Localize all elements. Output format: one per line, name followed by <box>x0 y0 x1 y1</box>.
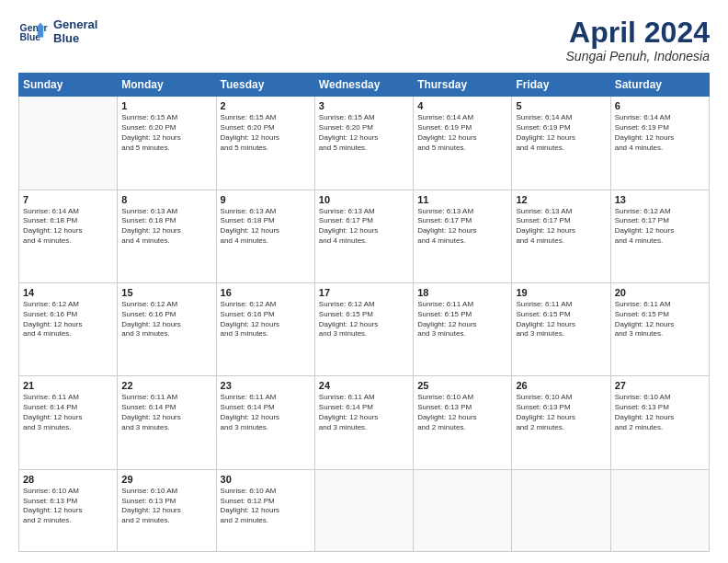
day-info: Sunrise: 6:12 AM Sunset: 6:16 PM Dayligh… <box>221 300 311 339</box>
day-info: Sunrise: 6:12 AM Sunset: 6:16 PM Dayligh… <box>23 300 113 339</box>
day-info: Sunrise: 6:15 AM Sunset: 6:20 PM Dayligh… <box>221 113 311 153</box>
calendar-week-row: 28Sunrise: 6:10 AM Sunset: 6:13 PM Dayli… <box>19 469 710 551</box>
day-number: 21 <box>23 380 113 391</box>
day-number: 8 <box>121 194 211 205</box>
calendar-cell: 9Sunrise: 6:13 AM Sunset: 6:18 PM Daylig… <box>216 190 314 282</box>
calendar-cell: 16Sunrise: 6:12 AM Sunset: 6:16 PM Dayli… <box>216 283 314 376</box>
calendar-cell: 1Sunrise: 6:15 AM Sunset: 6:20 PM Daylig… <box>118 97 216 190</box>
calendar-cell: 27Sunrise: 6:10 AM Sunset: 6:13 PM Dayli… <box>610 376 709 469</box>
weekday-header: Wednesday <box>314 74 413 97</box>
day-info: Sunrise: 6:12 AM Sunset: 6:15 PM Dayligh… <box>319 300 409 339</box>
day-number: 16 <box>221 287 311 298</box>
calendar-week-row: 7Sunrise: 6:14 AM Sunset: 6:18 PM Daylig… <box>19 190 710 282</box>
calendar-cell: 8Sunrise: 6:13 AM Sunset: 6:18 PM Daylig… <box>118 190 216 282</box>
calendar-cell: 19Sunrise: 6:11 AM Sunset: 6:15 PM Dayli… <box>512 283 610 376</box>
day-info: Sunrise: 6:10 AM Sunset: 6:13 PM Dayligh… <box>417 393 507 432</box>
day-number: 27 <box>615 380 705 391</box>
day-info: Sunrise: 6:14 AM Sunset: 6:19 PM Dayligh… <box>615 113 705 153</box>
day-info: Sunrise: 6:10 AM Sunset: 6:13 PM Dayligh… <box>23 487 113 526</box>
day-info: Sunrise: 6:13 AM Sunset: 6:18 PM Dayligh… <box>221 207 311 247</box>
weekday-header: Saturday <box>610 74 709 97</box>
calendar-cell <box>314 469 413 551</box>
day-number: 7 <box>23 194 113 205</box>
calendar-week-row: 14Sunrise: 6:12 AM Sunset: 6:16 PM Dayli… <box>19 283 710 376</box>
day-number: 23 <box>221 380 311 391</box>
calendar-cell: 7Sunrise: 6:14 AM Sunset: 6:18 PM Daylig… <box>19 190 118 282</box>
weekday-header: Friday <box>512 74 610 97</box>
calendar-cell: 29Sunrise: 6:10 AM Sunset: 6:13 PM Dayli… <box>118 469 216 551</box>
logo-icon: General Blue <box>18 17 48 46</box>
day-info: Sunrise: 6:14 AM Sunset: 6:18 PM Dayligh… <box>23 207 113 247</box>
day-number: 29 <box>121 474 211 485</box>
calendar-cell <box>610 469 709 551</box>
calendar-cell: 2Sunrise: 6:15 AM Sunset: 6:20 PM Daylig… <box>216 97 314 190</box>
day-info: Sunrise: 6:11 AM Sunset: 6:15 PM Dayligh… <box>615 300 705 339</box>
calendar-cell: 4Sunrise: 6:14 AM Sunset: 6:19 PM Daylig… <box>414 97 512 190</box>
header: General Blue General Blue April 2024 Sun… <box>18 17 710 63</box>
day-info: Sunrise: 6:10 AM Sunset: 6:13 PM Dayligh… <box>121 487 211 526</box>
day-info: Sunrise: 6:15 AM Sunset: 6:20 PM Dayligh… <box>121 113 211 153</box>
calendar-cell: 3Sunrise: 6:15 AM Sunset: 6:20 PM Daylig… <box>314 97 413 190</box>
day-info: Sunrise: 6:10 AM Sunset: 6:12 PM Dayligh… <box>221 487 311 526</box>
calendar-cell: 12Sunrise: 6:13 AM Sunset: 6:17 PM Dayli… <box>512 190 610 282</box>
calendar-cell: 28Sunrise: 6:10 AM Sunset: 6:13 PM Dayli… <box>19 469 118 551</box>
day-number: 30 <box>221 474 311 485</box>
day-number: 14 <box>23 287 113 298</box>
calendar-cell: 18Sunrise: 6:11 AM Sunset: 6:15 PM Dayli… <box>414 283 512 376</box>
day-number: 12 <box>516 194 606 205</box>
calendar-cell <box>414 469 512 551</box>
calendar-cell: 22Sunrise: 6:11 AM Sunset: 6:14 PM Dayli… <box>118 376 216 469</box>
calendar-cell <box>19 97 118 190</box>
day-info: Sunrise: 6:13 AM Sunset: 6:17 PM Dayligh… <box>516 207 606 247</box>
logo-blue: Blue <box>53 31 97 45</box>
day-number: 2 <box>221 100 311 111</box>
day-number: 28 <box>23 474 113 485</box>
calendar-cell: 30Sunrise: 6:10 AM Sunset: 6:12 PM Dayli… <box>216 469 314 551</box>
calendar-cell <box>512 469 610 551</box>
calendar-cell: 26Sunrise: 6:10 AM Sunset: 6:13 PM Dayli… <box>512 376 610 469</box>
day-info: Sunrise: 6:13 AM Sunset: 6:17 PM Dayligh… <box>319 207 409 247</box>
weekday-header: Sunday <box>19 74 118 97</box>
day-number: 25 <box>417 380 507 391</box>
day-number: 10 <box>319 194 409 205</box>
calendar-cell: 14Sunrise: 6:12 AM Sunset: 6:16 PM Dayli… <box>19 283 118 376</box>
day-number: 1 <box>121 100 211 111</box>
day-number: 24 <box>319 380 409 391</box>
calendar-cell: 23Sunrise: 6:11 AM Sunset: 6:14 PM Dayli… <box>216 376 314 469</box>
day-number: 26 <box>516 380 606 391</box>
day-info: Sunrise: 6:12 AM Sunset: 6:17 PM Dayligh… <box>615 207 705 247</box>
title-block: April 2024 Sungai Penuh, Indonesia <box>566 17 710 63</box>
logo: General Blue General Blue <box>18 17 97 46</box>
day-number: 6 <box>615 100 705 111</box>
day-info: Sunrise: 6:11 AM Sunset: 6:14 PM Dayligh… <box>319 393 409 432</box>
day-info: Sunrise: 6:14 AM Sunset: 6:19 PM Dayligh… <box>516 113 606 153</box>
page: General Blue General Blue April 2024 Sun… <box>0 0 728 563</box>
day-number: 19 <box>516 287 606 298</box>
day-number: 9 <box>221 194 311 205</box>
day-info: Sunrise: 6:13 AM Sunset: 6:17 PM Dayligh… <box>417 207 507 247</box>
day-info: Sunrise: 6:14 AM Sunset: 6:19 PM Dayligh… <box>417 113 507 153</box>
day-number: 18 <box>417 287 507 298</box>
day-number: 11 <box>417 194 507 205</box>
day-info: Sunrise: 6:11 AM Sunset: 6:14 PM Dayligh… <box>23 393 113 432</box>
day-number: 5 <box>516 100 606 111</box>
calendar-week-row: 1Sunrise: 6:15 AM Sunset: 6:20 PM Daylig… <box>19 97 710 190</box>
day-info: Sunrise: 6:11 AM Sunset: 6:15 PM Dayligh… <box>516 300 606 339</box>
day-number: 3 <box>319 100 409 111</box>
logo-general: General <box>53 17 97 31</box>
calendar-cell: 5Sunrise: 6:14 AM Sunset: 6:19 PM Daylig… <box>512 97 610 190</box>
day-info: Sunrise: 6:12 AM Sunset: 6:16 PM Dayligh… <box>121 300 211 339</box>
weekday-header: Monday <box>118 74 216 97</box>
calendar-cell: 24Sunrise: 6:11 AM Sunset: 6:14 PM Dayli… <box>314 376 413 469</box>
calendar-cell: 13Sunrise: 6:12 AM Sunset: 6:17 PM Dayli… <box>610 190 709 282</box>
day-number: 20 <box>615 287 705 298</box>
calendar-cell: 10Sunrise: 6:13 AM Sunset: 6:17 PM Dayli… <box>314 190 413 282</box>
day-number: 22 <box>121 380 211 391</box>
calendar-week-row: 21Sunrise: 6:11 AM Sunset: 6:14 PM Dayli… <box>19 376 710 469</box>
day-number: 17 <box>319 287 409 298</box>
calendar-header-row: SundayMondayTuesdayWednesdayThursdayFrid… <box>19 74 710 97</box>
calendar-cell: 25Sunrise: 6:10 AM Sunset: 6:13 PM Dayli… <box>414 376 512 469</box>
calendar-cell: 6Sunrise: 6:14 AM Sunset: 6:19 PM Daylig… <box>610 97 709 190</box>
day-info: Sunrise: 6:13 AM Sunset: 6:18 PM Dayligh… <box>121 207 211 247</box>
day-info: Sunrise: 6:10 AM Sunset: 6:13 PM Dayligh… <box>516 393 606 432</box>
